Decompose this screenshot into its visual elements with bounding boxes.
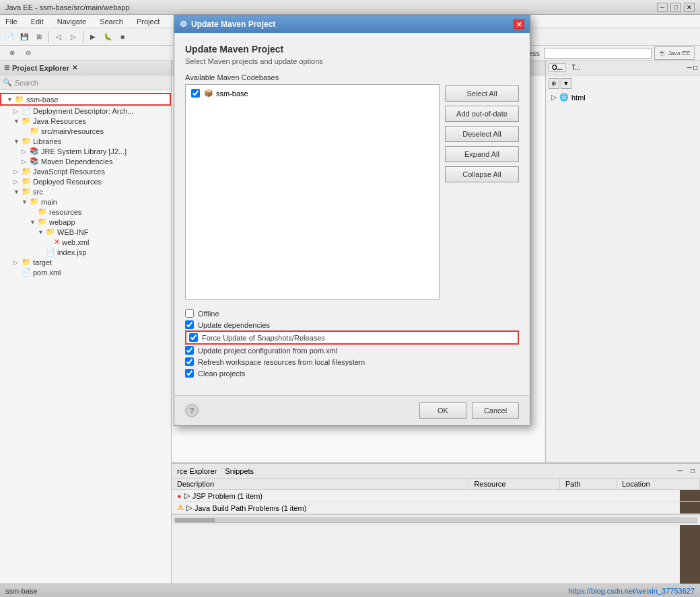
- menu-project[interactable]: Project: [134, 16, 162, 27]
- tree-item-indexjsp[interactable]: 📄 index.jsp: [0, 247, 171, 257]
- tree-arrow: ▼: [13, 188, 20, 195]
- tree-item-target[interactable]: ▷ 📁 target: [0, 257, 171, 267]
- tree-label: Java Resources: [33, 117, 86, 125]
- dialog-title: Update Maven Project: [191, 20, 514, 29]
- outline-arrow: ▷: [551, 93, 557, 102]
- error-icon: ●: [177, 492, 182, 500]
- dialog-close-button[interactable]: ✕: [514, 20, 524, 29]
- row1-path: [560, 490, 617, 502]
- offline-checkbox[interactable]: [185, 309, 194, 318]
- row1-desc: ● ▷ JSP Problem (1 item): [172, 490, 468, 502]
- minimize-panel-icon[interactable]: ─: [687, 64, 692, 71]
- col-location: Location: [616, 479, 699, 490]
- tree-item-libraries[interactable]: ▼ 📁 Libraries: [0, 136, 171, 146]
- tree-item-maven-deps[interactable]: ▷ 📚 Maven Dependencies: [0, 156, 171, 166]
- debug-button[interactable]: 🐛: [101, 30, 114, 44]
- tree-item-ssm-base[interactable]: ▼ 📁 ssm-base: [0, 93, 171, 106]
- outline-btn1[interactable]: ⊕: [549, 78, 559, 89]
- tree-item-webapp[interactable]: ▼ 📁 webapp: [0, 217, 171, 227]
- table-row[interactable]: ● ▷ JSP Problem (1 item): [172, 490, 700, 502]
- codebase-checkbox[interactable]: [191, 89, 200, 98]
- library-icon: 📚: [30, 157, 39, 166]
- bottom-tab-explorer[interactable]: rce Explorer: [177, 467, 217, 475]
- folder-icon: 📁: [46, 227, 55, 236]
- row1-expand[interactable]: ▷: [184, 491, 190, 500]
- bottom-panel: rce Explorer Snippets ─ □ Description Re…: [172, 462, 700, 597]
- status-text: ssm-base: [5, 587, 38, 595]
- bottom-maximize-icon[interactable]: □: [691, 467, 695, 475]
- expand-all-button[interactable]: Expand All: [445, 146, 519, 162]
- outline-html-item[interactable]: ▷ 🌐 html: [549, 92, 697, 103]
- side-panel: O... T... ─ □ ⊕ ▼ ▷ 🌐 html: [545, 61, 700, 462]
- tree-label: pom.xml: [33, 269, 61, 277]
- option-force-update: Force Update of Snapshots/Releases: [185, 330, 519, 345]
- update-config-checkbox[interactable]: [185, 346, 194, 355]
- refresh-workspace-label: Refresh workspace resources from local f…: [198, 358, 365, 366]
- tree-item-js-resources[interactable]: ▷ 📁 JavaScript Resources: [0, 166, 171, 176]
- toolbar2-btn2[interactable]: ⊖: [22, 46, 35, 60]
- tree-item-src[interactable]: ▼ 📁 src: [0, 186, 171, 197]
- save-button[interactable]: 💾: [18, 30, 31, 44]
- maximize-button[interactable]: □: [670, 3, 681, 12]
- help-button[interactable]: ?: [185, 404, 199, 417]
- menu-search[interactable]: Search: [97, 16, 126, 27]
- ok-button[interactable]: OK: [419, 402, 466, 419]
- tree-item-resources[interactable]: 📁 resources: [0, 207, 171, 217]
- save-all-button[interactable]: ⊞: [32, 30, 46, 44]
- tree-label: src: [33, 188, 43, 196]
- maximize-panel-icon[interactable]: □: [693, 64, 697, 71]
- tree-arrow: ▼: [7, 96, 13, 103]
- tree-item-jre[interactable]: ▷ 📚 JRE System Library [J2...]: [0, 146, 171, 156]
- menu-file[interactable]: File: [3, 16, 20, 27]
- codebase-item-ssm-base[interactable]: 📦 ssm-base: [188, 87, 436, 99]
- quick-access-input[interactable]: [544, 48, 652, 59]
- run-button[interactable]: ▶: [86, 30, 100, 44]
- back-button[interactable]: ◁: [52, 30, 65, 44]
- deselect-all-button[interactable]: Deselect All: [445, 126, 519, 142]
- row2-label: Java Build Path Problems (1 item): [195, 504, 306, 512]
- tree-item-deployment[interactable]: ▷ 📄 Deployment Descriptor: Arch...: [0, 106, 171, 116]
- codebases-panel: 📦 ssm-base Select All Add out-of-date De…: [185, 84, 519, 300]
- toolbar2-btn1[interactable]: ⊕: [5, 46, 19, 60]
- tree-item-pomxml[interactable]: 📄 pom.xml: [0, 267, 171, 277]
- outline-label: html: [571, 94, 586, 102]
- menu-navigate[interactable]: Navigate: [55, 16, 89, 27]
- stop-button[interactable]: ■: [116, 30, 129, 44]
- new-button[interactable]: 📄: [3, 30, 16, 44]
- clean-projects-checkbox[interactable]: [185, 369, 194, 378]
- tree-item-webxml[interactable]: ✕ web.xml: [0, 237, 171, 247]
- forward-button[interactable]: ▷: [67, 30, 80, 44]
- tree-item-java-resources[interactable]: ▼ 📁 Java Resources: [0, 116, 171, 126]
- task-tab[interactable]: T...: [569, 64, 583, 71]
- outline-tab[interactable]: O...: [549, 63, 566, 72]
- select-all-button[interactable]: Select All: [445, 85, 519, 102]
- tree-item-main[interactable]: ▼ 📁 main: [0, 197, 171, 207]
- table-row[interactable]: ⚠ ▷ Java Build Path Problems (1 item): [172, 502, 700, 514]
- tree-item-webinf[interactable]: ▼ 📁 WEB-INF: [0, 227, 171, 237]
- collapse-all-button[interactable]: Collapse All: [445, 166, 519, 182]
- dialog-subtitle: Select Maven projects and update options: [185, 57, 519, 65]
- perspective-java-ee[interactable]: ☕ Java EE: [654, 46, 695, 60]
- scroll-track[interactable]: [174, 518, 697, 523]
- close-button[interactable]: ✕: [684, 3, 695, 12]
- scroll-thumb[interactable]: [175, 518, 215, 522]
- minimize-button[interactable]: ─: [657, 3, 668, 12]
- menu-edit[interactable]: Edit: [28, 16, 46, 27]
- folder-icon: 📁: [38, 207, 47, 216]
- row2-expand[interactable]: ▷: [186, 503, 192, 512]
- tree-label: Libraries: [33, 137, 61, 145]
- cancel-button[interactable]: Cancel: [472, 402, 519, 419]
- add-out-of-date-button[interactable]: Add out-of-date: [445, 106, 519, 122]
- tree-item-deployed-resources[interactable]: ▷ 📁 Deployed Resources: [0, 176, 171, 186]
- tree-item-src-main-res[interactable]: 📁 src/main/resources: [0, 126, 171, 136]
- folder-icon: 📁: [30, 197, 39, 206]
- bottom-tab-snippets[interactable]: Snippets: [225, 467, 254, 475]
- toolbar-separator-2: [83, 31, 83, 43]
- refresh-workspace-checkbox[interactable]: [185, 357, 194, 366]
- force-update-checkbox[interactable]: [189, 333, 198, 342]
- tree-label: Deployed Resources: [33, 178, 102, 186]
- update-deps-checkbox[interactable]: [185, 320, 194, 329]
- bottom-minimize-icon[interactable]: ─: [678, 467, 682, 475]
- outline-btn2[interactable]: ▼: [561, 78, 571, 89]
- tree-label: main: [41, 198, 57, 206]
